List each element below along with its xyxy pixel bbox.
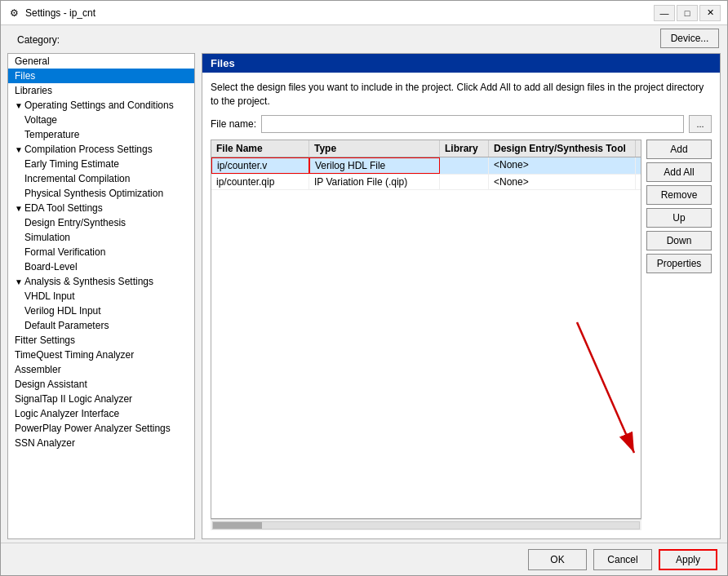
- settings-window: ⚙ Settings - ip_cnt — □ ✕ Category: Devi…: [0, 0, 728, 576]
- ok-button[interactable]: OK: [528, 549, 587, 570]
- table-cell: Verilog HDL File: [309, 157, 440, 174]
- file-name-input[interactable]: [261, 115, 684, 133]
- main-area: GeneralFilesLibraries▼Operating Settings…: [1, 50, 727, 543]
- content-panel: Files Select the design files you want t…: [202, 53, 721, 539]
- sidebar-item-verilog-hdl-input[interactable]: Verilog HDL Input: [8, 304, 194, 318]
- content-header: Files: [202, 54, 720, 73]
- sidebar-item-design-entry[interactable]: Design Entry/Synthesis: [8, 215, 194, 230]
- sidebar-item-vhdl-input[interactable]: VHDL Input: [8, 289, 194, 304]
- window-content: Category: Device... GeneralFilesLibrarie…: [1, 25, 727, 575]
- sidebar-item-voltage[interactable]: Voltage: [8, 113, 194, 127]
- table-cell: [636, 175, 641, 189]
- th-filename: File Name: [211, 140, 309, 157]
- sidebar-item-assembler[interactable]: Assembler: [8, 362, 194, 377]
- device-button[interactable]: Device...: [660, 29, 719, 48]
- sidebar-item-label: Operating Settings and Conditions: [24, 100, 174, 111]
- browse-button[interactable]: ...: [689, 115, 712, 133]
- th-design: Design Entry/Synthesis Tool: [489, 140, 636, 157]
- table-cell: <None>: [489, 175, 636, 189]
- sidebar-item-early-timing[interactable]: Early Timing Estimate: [8, 157, 194, 171]
- title-bar: ⚙ Settings - ip_cnt — □ ✕: [1, 1, 727, 25]
- window-title: Settings - ip_cnt: [25, 7, 654, 19]
- expand-arrow-icon: ▼: [15, 204, 23, 213]
- add-all-button[interactable]: Add All: [646, 162, 712, 182]
- table-cell: Default: [636, 157, 641, 174]
- table-cell: [440, 175, 489, 189]
- table-row[interactable]: ip/counter.vVerilog HDL File<None>Defaul…: [211, 157, 641, 175]
- table-cell: <None>: [489, 157, 636, 174]
- table-cell: [440, 157, 489, 174]
- right-buttons: Add Add All Remove Up Down Properties: [646, 140, 712, 530]
- file-table: File Name Type Library Design Entry/Synt…: [211, 140, 641, 519]
- file-name-row: File name: ...: [211, 115, 712, 133]
- sidebar-item-label: EDA Tool Settings: [24, 202, 103, 214]
- properties-button[interactable]: Properties: [646, 254, 712, 273]
- close-button[interactable]: ✕: [699, 5, 721, 21]
- table-cell: ip/counter.qip: [211, 175, 309, 189]
- table-body: ip/counter.vVerilog HDL File<None>Defaul…: [211, 157, 641, 190]
- sidebar-item-incremental[interactable]: Incremental Compilation: [8, 171, 194, 186]
- sidebar-item-board-level[interactable]: Board-Level: [8, 259, 194, 274]
- sidebar-item-signaltap[interactable]: SignalTap II Logic Analyzer: [8, 392, 194, 406]
- sidebar-item-logic-analyzer[interactable]: Logic Analyzer Interface: [8, 406, 194, 421]
- sidebar-item-default-parameters[interactable]: Default Parameters: [8, 318, 194, 333]
- content-body: Select the design files you want to incl…: [202, 73, 720, 538]
- sidebar-item-simulation[interactable]: Simulation: [8, 230, 194, 245]
- scrollbar-thumb: [213, 522, 262, 529]
- maximize-button[interactable]: □: [677, 5, 698, 21]
- sidebar-item-fitter-settings[interactable]: Fitter Settings: [8, 333, 194, 348]
- horizontal-scrollbar[interactable]: [211, 519, 641, 530]
- description-text: Select the design files you want to incl…: [211, 81, 712, 109]
- scrollbar-track: [212, 521, 640, 529]
- up-button[interactable]: Up: [646, 208, 712, 228]
- table-cell: ip/counter.v: [211, 157, 309, 174]
- middle-row: File Name Type Library Design Entry/Synt…: [211, 140, 712, 530]
- th-type: Type: [309, 140, 440, 157]
- th-library: Library: [440, 140, 489, 157]
- add-button[interactable]: Add: [646, 140, 712, 159]
- apply-button[interactable]: Apply: [659, 549, 717, 570]
- window-controls: — □ ✕: [654, 5, 721, 21]
- expand-arrow-icon: ▼: [15, 101, 23, 110]
- sidebar-item-physical-synthesis[interactable]: Physical Synthesis Optimization: [8, 186, 194, 201]
- category-label: Category:: [9, 29, 68, 47]
- sidebar-item-libraries[interactable]: Libraries: [8, 83, 194, 98]
- sidebar-item-files[interactable]: Files: [8, 69, 194, 83]
- table-area: File Name Type Library Design Entry/Synt…: [211, 140, 641, 530]
- sidebar: GeneralFilesLibraries▼Operating Settings…: [7, 53, 195, 539]
- sidebar-item-design-assistant[interactable]: Design Assistant: [8, 377, 194, 392]
- sidebar-item-analysis-synthesis[interactable]: ▼Analysis & Synthesis Settings: [8, 274, 194, 289]
- sidebar-item-ssn-analyzer[interactable]: SSN Analyzer: [8, 436, 194, 450]
- expand-arrow-icon: ▼: [15, 277, 23, 286]
- file-name-label: File name:: [211, 118, 256, 130]
- bottom-bar: OK Cancel Apply: [1, 543, 727, 575]
- remove-button[interactable]: Remove: [646, 185, 712, 205]
- minimize-button[interactable]: —: [654, 5, 675, 21]
- expand-arrow-icon: ▼: [15, 145, 23, 154]
- table-cell: IP Variation File (.qip): [309, 175, 440, 189]
- th-hdl: HDL Versi: [636, 140, 641, 157]
- table-row[interactable]: ip/counter.qipIP Variation File (.qip)<N…: [211, 175, 641, 190]
- sidebar-item-formal-verification[interactable]: Formal Verification: [8, 245, 194, 259]
- sidebar-item-compilation-process[interactable]: ▼Compilation Process Settings: [8, 142, 194, 157]
- content-wrapper: Files Select the design files you want t…: [202, 53, 721, 539]
- cancel-button[interactable]: Cancel: [593, 549, 652, 570]
- sidebar-item-powerplay[interactable]: PowerPlay Power Analyzer Settings: [8, 421, 194, 436]
- sidebar-item-operating-settings[interactable]: ▼Operating Settings and Conditions: [8, 98, 194, 113]
- sidebar-item-label: Analysis & Synthesis Settings: [24, 276, 153, 287]
- sidebar-item-timequest[interactable]: TimeQuest Timing Analyzer: [8, 348, 194, 362]
- sidebar-item-general[interactable]: General: [8, 54, 194, 69]
- sidebar-item-temperature[interactable]: Temperature: [8, 127, 194, 142]
- sidebar-item-eda-tool[interactable]: ▼EDA Tool Settings: [8, 201, 194, 215]
- table-header: File Name Type Library Design Entry/Synt…: [211, 140, 641, 157]
- down-button[interactable]: Down: [646, 231, 712, 250]
- sidebar-item-label: Compilation Process Settings: [24, 144, 153, 155]
- window-icon: ⚙: [7, 7, 20, 20]
